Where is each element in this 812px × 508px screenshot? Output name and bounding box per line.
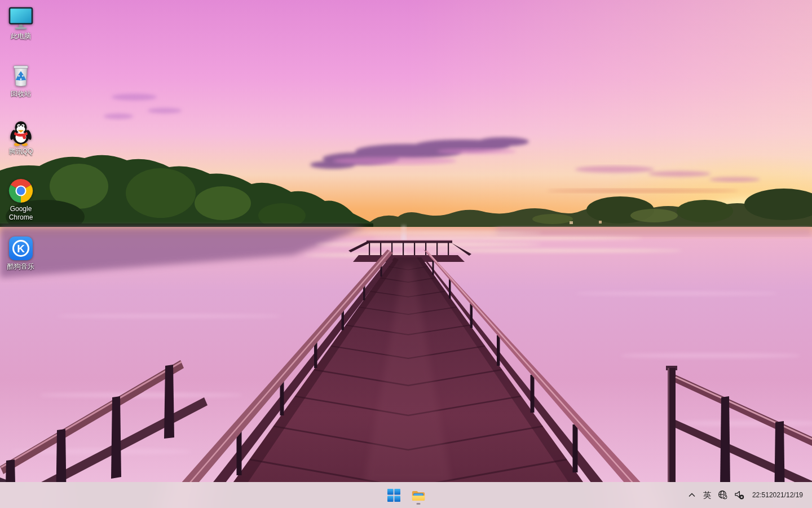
desktop-icon-kugou-music[interactable]: K 酷狗音乐 — [0, 235, 42, 271]
volume-button[interactable] — [731, 484, 748, 506]
desktop-icon-recycle-bin[interactable]: 回收站 — [0, 62, 42, 98]
globe-offline-icon — [718, 490, 728, 500]
ime-language-button[interactable]: 英 — [699, 484, 715, 506]
volume-muted-icon — [734, 490, 744, 500]
clock[interactable]: 22:51 2021/12/19 — [750, 483, 805, 507]
qq-penguin-icon — [7, 120, 34, 147]
running-indicator — [417, 503, 421, 505]
tray-date: 2021/12/19 — [769, 491, 803, 500]
desktop-icon-google-chrome[interactable]: Google Chrome — [0, 177, 42, 222]
taskbar-center-group — [382, 482, 430, 508]
taskbar: 英 — [0, 482, 812, 508]
file-explorer-button[interactable] — [407, 484, 430, 506]
desktop-icon-label: 回收站 — [11, 90, 31, 98]
desktop-icon-label: Google Chrome — [0, 205, 42, 222]
desktop-icon-tencent-qq[interactable]: 腾讯QQ — [0, 120, 42, 156]
desktop-icon-label: 酷狗音乐 — [7, 262, 34, 271]
recycle-bin-icon — [7, 62, 34, 89]
chrome-icon — [7, 177, 34, 204]
hidden-icons-button[interactable] — [685, 484, 699, 506]
kugou-icon: K — [7, 235, 34, 262]
windows-start-icon — [387, 489, 400, 502]
file-explorer-icon — [411, 489, 426, 502]
chevron-up-icon — [688, 492, 696, 498]
system-tray: 英 — [685, 482, 812, 508]
start-button[interactable] — [382, 484, 405, 506]
kugou-letter: K — [17, 243, 25, 255]
desktop: 此电脑 回收站 — [0, 0, 812, 508]
desktop-icon-this-pc[interactable]: 此电脑 — [0, 5, 42, 41]
ime-label: 英 — [703, 490, 712, 501]
tray-time: 22:51 — [752, 491, 769, 500]
desktop-icon-label: 此电脑 — [11, 32, 31, 41]
this-pc-icon — [7, 5, 34, 32]
desktop-icon-label: 腾讯QQ — [9, 147, 33, 156]
network-button[interactable] — [715, 484, 731, 506]
wallpaper-pier-sunset — [0, 0, 812, 508]
